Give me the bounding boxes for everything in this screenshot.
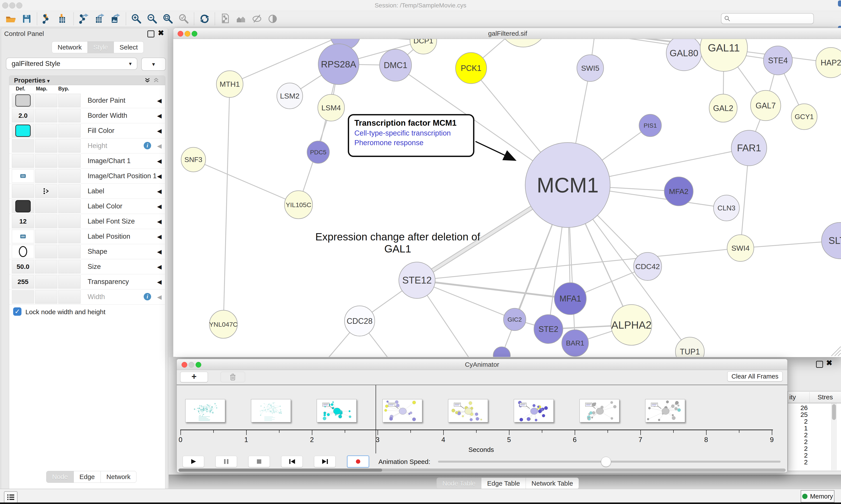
frame-thumbnail-4[interactable] (448, 399, 488, 422)
hide-graphics-icon[interactable] (251, 13, 263, 25)
export-image-icon[interactable] (109, 13, 122, 25)
mapping-cell[interactable] (35, 169, 57, 183)
property-row-border-paint[interactable]: Border Paint◀ (9, 93, 165, 108)
zoom-out-icon[interactable] (146, 13, 158, 25)
property-row-shape[interactable]: Shape◀ (9, 244, 165, 259)
tab-node-table[interactable]: Node Table (436, 478, 481, 489)
table-scrollbar[interactable] (831, 403, 837, 470)
mapping-cell[interactable] (35, 275, 57, 289)
frame-thumbnail-7[interactable] (645, 399, 685, 422)
export-network-icon[interactable] (78, 13, 90, 25)
tab-edge-table[interactable]: Edge Table (481, 478, 526, 489)
timeline-scrollbar[interactable] (179, 469, 786, 472)
network-window-titlebar[interactable]: galFiltered.sif (173, 28, 841, 39)
clear-all-frames-button[interactable]: Clear All Frames (727, 371, 783, 381)
bypass-cell[interactable] (58, 230, 80, 243)
animation-speed-slider[interactable] (438, 461, 781, 463)
close-table-panel-icon[interactable]: ✖ (826, 360, 833, 366)
open-session-icon[interactable] (5, 13, 17, 25)
skip-to-start-button[interactable] (281, 456, 303, 467)
network-canvas[interactable]: DCP1RPS28ADMC1PCK1SWI5GAL80GAL11STE4HAP2… (173, 39, 841, 357)
property-row-label-color[interactable]: Label Color◀ (9, 199, 165, 214)
default-value-cell[interactable] (12, 169, 34, 183)
property-row-size[interactable]: 50.0Size◀ (9, 259, 165, 274)
skip-to-end-button[interactable] (314, 456, 336, 467)
delete-frame-button[interactable] (220, 372, 245, 382)
default-value-cell[interactable] (12, 94, 34, 107)
expand-property-icon[interactable]: ◀ (157, 173, 162, 180)
default-value-cell[interactable] (12, 245, 34, 258)
default-value-cell[interactable]: 50.0 (12, 260, 34, 273)
default-value-cell[interactable] (12, 139, 34, 152)
window-resize-grip-icon[interactable] (831, 346, 841, 356)
mapping-cell[interactable] (35, 260, 57, 273)
tab-network[interactable]: Network (101, 471, 137, 483)
tab-node[interactable]: Node (46, 471, 74, 483)
stop-button[interactable] (248, 456, 270, 467)
property-row-label-font-size[interactable]: 12Label Font Size◀ (9, 214, 165, 229)
bypass-cell[interactable] (58, 184, 80, 198)
expand-property-icon[interactable]: ◀ (157, 97, 162, 104)
zoom-selected-icon[interactable] (178, 13, 190, 25)
float-table-panel-icon[interactable] (816, 361, 823, 368)
close-panel-icon[interactable]: ✖ (158, 30, 164, 36)
style-selector[interactable]: galFiltered Style ▾ (6, 58, 137, 70)
float-panel-icon[interactable] (147, 31, 155, 37)
expand-property-icon[interactable]: ◀ (157, 264, 162, 270)
property-row-label[interactable]: Label◀ (9, 183, 165, 199)
bypass-cell[interactable] (58, 245, 80, 258)
collapse-all-icon[interactable] (153, 77, 159, 84)
expand-property-icon[interactable]: ◀ (157, 278, 162, 286)
property-row-image-chart-position-1[interactable]: Image/Chart Position 1◀ (9, 168, 165, 184)
default-value-cell[interactable]: 2.0 (12, 109, 34, 122)
frame-thumbnail-6[interactable] (579, 399, 619, 422)
cyanimator-titlebar[interactable]: CyAnimator (177, 359, 787, 370)
expand-property-icon[interactable]: ◀ (157, 248, 162, 255)
import-table-icon[interactable] (57, 13, 69, 25)
bypass-cell[interactable] (58, 94, 80, 107)
edge-mth1-ynl047c[interactable] (223, 84, 230, 324)
mcm1-annotation[interactable]: Transcription factor MCM1 Cell-type-spec… (348, 114, 475, 157)
bypass-cell[interactable] (58, 275, 80, 289)
apply-layout-icon[interactable] (198, 13, 211, 25)
info-icon[interactable]: i (144, 293, 151, 300)
expand-all-icon[interactable] (144, 77, 151, 84)
expand-property-icon[interactable]: ◀ (157, 293, 162, 301)
bypass-cell[interactable] (58, 290, 80, 304)
node-table-header[interactable]: ity Stres (788, 392, 841, 403)
default-value-cell[interactable] (12, 154, 34, 168)
search-input[interactable] (732, 15, 808, 22)
cyanimator-timeline[interactable]: 0123456789 Seconds (177, 385, 787, 456)
mapping-cell[interactable] (35, 215, 57, 228)
record-button[interactable] (347, 455, 369, 468)
mapping-cell[interactable] (35, 290, 57, 304)
pause-button[interactable] (215, 456, 237, 467)
bypass-cell[interactable] (58, 109, 80, 122)
column-connectivity[interactable]: ity (789, 393, 796, 401)
tab-edge[interactable]: Edge (74, 471, 101, 483)
mapping-cell[interactable] (35, 154, 57, 168)
bypass-cell[interactable] (58, 124, 80, 138)
expand-property-icon[interactable]: ◀ (157, 112, 162, 119)
style-options-button[interactable]: ▾ (141, 58, 166, 71)
play-button[interactable] (183, 456, 204, 467)
property-row-border-width[interactable]: 2.0Border Width◀ (9, 108, 165, 123)
bypass-cell[interactable] (58, 260, 80, 273)
mapping-cell[interactable] (35, 230, 57, 243)
right-drawer-handle-icon[interactable] (838, 0, 841, 6)
slider-thumb[interactable] (601, 457, 611, 467)
memory-button[interactable]: Memory (801, 490, 835, 502)
mapping-cell[interactable] (35, 199, 57, 213)
zoom-in-icon[interactable] (130, 13, 143, 25)
show-graphics-icon[interactable] (267, 13, 279, 25)
mapping-cell[interactable] (35, 109, 57, 122)
expand-property-icon[interactable]: ◀ (157, 203, 162, 210)
property-row-image-chart-1[interactable]: Image/Chart 1◀ (9, 153, 165, 168)
default-value-cell[interactable] (12, 290, 34, 304)
tab-style[interactable]: Style (87, 41, 114, 53)
birds-eye-icon[interactable] (235, 13, 247, 25)
export-table-icon[interactable] (94, 13, 106, 25)
search-field[interactable] (721, 13, 814, 24)
expand-property-icon[interactable]: ◀ (157, 218, 162, 225)
bypass-cell[interactable] (58, 154, 80, 168)
